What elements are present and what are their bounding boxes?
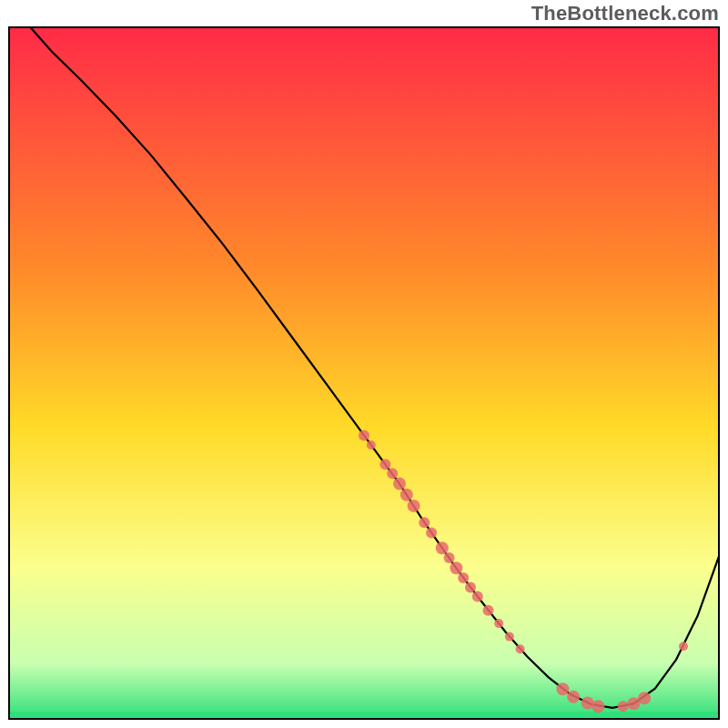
data-point (393, 478, 406, 490)
data-point (567, 691, 580, 703)
data-point (450, 561, 462, 574)
data-point (494, 619, 503, 628)
data-point (436, 541, 449, 554)
data-point (408, 500, 420, 512)
data-point (516, 644, 525, 653)
chart-svg (0, 0, 728, 728)
data-point (387, 468, 398, 479)
data-point (465, 582, 476, 593)
data-point (679, 642, 688, 651)
data-point (472, 592, 483, 602)
data-point (483, 605, 494, 616)
data-point (618, 701, 629, 712)
data-point (367, 440, 376, 450)
data-point (400, 489, 413, 501)
data-point (458, 572, 469, 583)
chart-container: TheBottleneck.com (0, 0, 728, 728)
data-point (638, 692, 651, 704)
data-point (556, 682, 569, 695)
data-point (419, 517, 430, 528)
data-point (426, 528, 437, 539)
data-point (592, 700, 604, 713)
plot-background (9, 27, 719, 719)
data-point (379, 459, 390, 470)
data-point (444, 552, 455, 563)
data-point (359, 430, 369, 440)
data-point (505, 632, 514, 642)
plot-bottom-band (9, 712, 719, 719)
